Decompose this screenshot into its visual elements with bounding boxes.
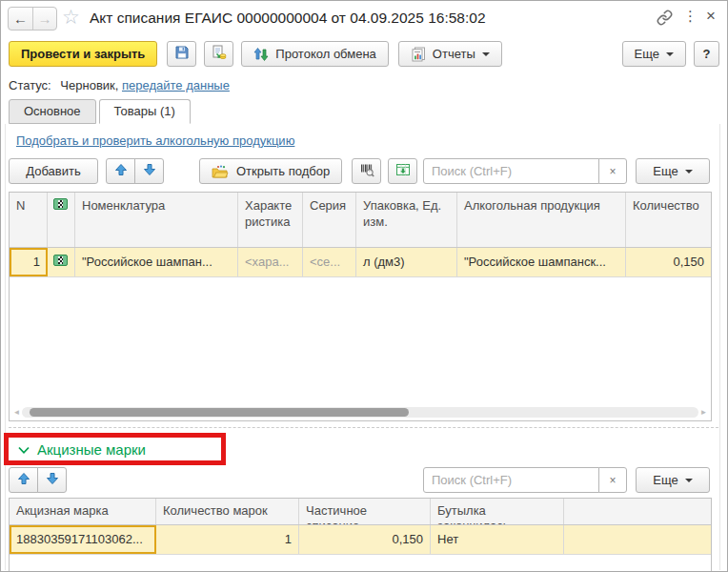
- form-tabs: Основное Товары (1): [9, 99, 193, 124]
- command-bar: Провести и закрыть: [1, 39, 727, 69]
- send-data-link[interactable]: передайте данные: [122, 78, 230, 92]
- status-label: Статус:: [9, 78, 51, 92]
- cell-alcohol-production[interactable]: "Российское шампанск...: [457, 248, 626, 276]
- goods-search-input[interactable]: [423, 158, 599, 184]
- forward-icon[interactable]: →: [32, 8, 56, 30]
- col-packaging[interactable]: Упаковка, Ед. изм.: [356, 193, 457, 247]
- post-and-close-button[interactable]: Провести и закрыть: [9, 41, 157, 67]
- scroll-right-icon[interactable]: ►: [698, 408, 709, 417]
- stamps-move-up-button[interactable]: [9, 467, 38, 493]
- egais-writeoff-act-window: ← → ☆ Акт списания ЕГАИС 00000000004 от …: [0, 0, 728, 572]
- load-table-button[interactable]: [388, 158, 417, 184]
- cell-partial-writeoff[interactable]: 0,150: [299, 525, 431, 554]
- goods-more-label: Еще: [653, 164, 677, 178]
- post-document-button[interactable]: [204, 41, 233, 67]
- favorite-star-icon[interactable]: ☆: [62, 6, 80, 29]
- col-quantity[interactable]: Количество: [626, 193, 711, 247]
- col-alcohol-production[interactable]: Алкогольная продукция: [457, 193, 626, 247]
- stamps-move-down-button[interactable]: [37, 467, 67, 493]
- help-button[interactable]: ?: [694, 41, 719, 67]
- command-bar-right: Еще ?: [622, 41, 719, 67]
- move-up-button[interactable]: [106, 158, 135, 184]
- status-line: Статус: Черновик, передайте данные: [9, 78, 230, 92]
- col-excise-stamp[interactable]: Акцизная марка: [10, 499, 156, 524]
- stamps-table-row[interactable]: 18830359171103062... 1 0,150 Нет: [10, 525, 711, 555]
- goods-search-clear-icon[interactable]: ×: [598, 158, 627, 184]
- chevron-down-icon: [685, 479, 693, 486]
- col-series[interactable]: Серия: [303, 193, 356, 247]
- pick-and-check-alcohol-link[interactable]: Подобрать и проверить алкогольную продук…: [16, 133, 294, 148]
- chevron-down-icon: [685, 170, 693, 177]
- goods-more-button[interactable]: Еще: [636, 158, 710, 184]
- annotation-highlight-box: Акцизные марки: [4, 433, 226, 465]
- reports-button[interactable]: Отчеты: [398, 41, 502, 67]
- collapse-chevron-icon[interactable]: [17, 441, 30, 459]
- cell-excise-stamp[interactable]: 18830359171103062...: [10, 525, 156, 554]
- excise-stamps-group-title[interactable]: Акцизные марки: [37, 441, 146, 458]
- goods-table-header: N Номенклатура Характеристика Серия Упак…: [10, 193, 711, 248]
- stamps-search-input[interactable]: [423, 467, 599, 493]
- chevron-down-icon: [482, 52, 490, 60]
- goods-table-row[interactable]: 1 "Российское шампан... <хара... <се... …: [10, 248, 711, 277]
- command-bar-left: Провести и закрыть: [9, 41, 502, 67]
- col-characteristic[interactable]: Характеристика: [238, 193, 303, 247]
- cell-quantity[interactable]: 0,150: [626, 248, 711, 276]
- panel-left-border: [5, 124, 6, 570]
- excise-stamp-icon: [53, 255, 68, 266]
- barcode-scanner-icon: [359, 162, 374, 180]
- col-stamp-count[interactable]: Количество марок: [156, 499, 299, 524]
- page-title: Акт списания ЕГАИС 00000000004 от 04.09.…: [90, 1, 486, 35]
- stamps-more-button[interactable]: Еще: [636, 467, 710, 493]
- exchange-protocol-label: Протокол обмена: [275, 47, 376, 61]
- excise-stamp-icon: [53, 198, 68, 210]
- move-row-group: [106, 158, 164, 184]
- report-chart-icon: [411, 47, 426, 62]
- barcode-scan-button[interactable]: [352, 158, 381, 184]
- arrow-down-icon: [143, 163, 156, 179]
- stamps-table-header: Акцизная марка Количество марок Частично…: [10, 499, 711, 525]
- arrow-up-icon: [114, 163, 128, 179]
- back-icon[interactable]: ←: [9, 8, 32, 30]
- save-button[interactable]: [167, 41, 196, 67]
- cell-packaging[interactable]: л (дм3): [356, 248, 457, 276]
- more-label: Еще: [635, 47, 659, 61]
- cell-nomenclature[interactable]: "Российское шампан...: [75, 248, 238, 276]
- exchange-protocol-button[interactable]: Протокол обмена: [241, 41, 389, 67]
- col-empty: [564, 499, 711, 524]
- more-menu-kebab-icon[interactable]: ⋮: [683, 8, 698, 25]
- reports-label: Отчеты: [433, 47, 475, 61]
- tab-goods[interactable]: Товары (1): [99, 99, 191, 124]
- goods-search: ×: [423, 158, 627, 184]
- stamps-search-clear-icon[interactable]: ×: [598, 467, 627, 493]
- col-n[interactable]: N: [10, 193, 48, 247]
- col-bottle-finished[interactable]: Бутылка закончилась: [431, 499, 564, 524]
- open-pick-button[interactable]: Открыть подбор: [199, 158, 342, 184]
- table-import-icon: [395, 162, 411, 180]
- cell-stamp-flag[interactable]: [48, 248, 75, 276]
- form-splitter[interactable]: [9, 427, 718, 428]
- move-down-button[interactable]: [134, 158, 164, 184]
- cell-characteristic[interactable]: <хара...: [238, 248, 303, 276]
- goods-table-hscrollbar[interactable]: ◄ ►: [11, 406, 709, 419]
- cell-stamp-count[interactable]: 1: [156, 525, 299, 554]
- status-value: Черновик,: [60, 78, 118, 92]
- col-stamp[interactable]: [48, 193, 75, 247]
- stamps-move-row-group: [9, 467, 67, 493]
- col-nomenclature[interactable]: Номенклатура: [75, 193, 238, 247]
- scrollbar-track[interactable]: [22, 407, 698, 418]
- get-link-icon[interactable]: [657, 10, 673, 30]
- scrollbar-thumb[interactable]: [30, 408, 409, 417]
- close-icon[interactable]: ×: [706, 7, 716, 26]
- tab-main[interactable]: Основное: [9, 99, 96, 124]
- cell-bottle-finished[interactable]: Нет: [431, 525, 564, 554]
- more-button[interactable]: Еще: [622, 41, 686, 67]
- col-partial-writeoff[interactable]: Частичное списание: [299, 499, 431, 524]
- cell-row-number[interactable]: 1: [10, 248, 48, 276]
- scroll-left-icon[interactable]: ◄: [11, 408, 22, 417]
- add-row-button[interactable]: Добавить: [9, 158, 98, 184]
- open-pick-label: Открыть подбор: [236, 164, 330, 178]
- stamps-search: ×: [423, 467, 627, 493]
- cell-series[interactable]: <се...: [303, 248, 356, 276]
- arrow-up-icon: [17, 472, 30, 488]
- history-nav-group: ← →: [8, 7, 57, 31]
